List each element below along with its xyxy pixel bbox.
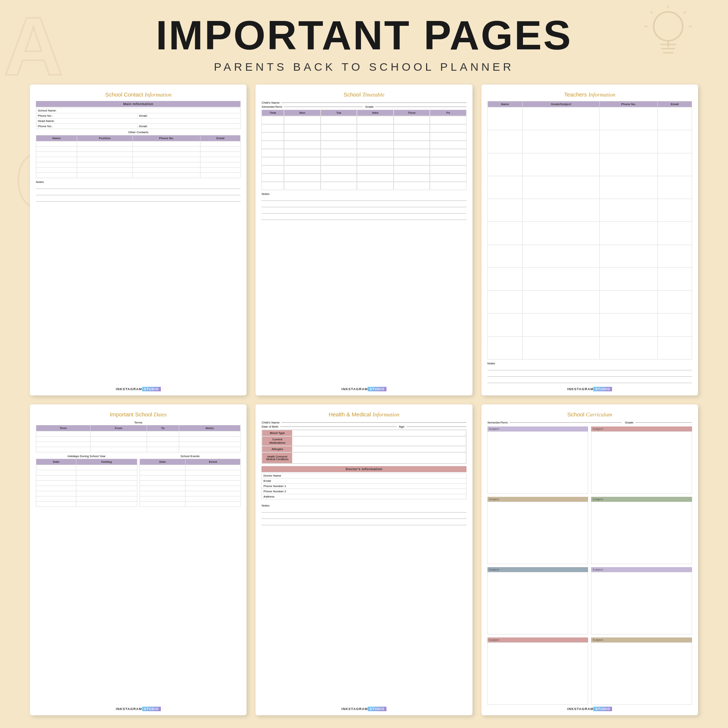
teachers-table: Name Grade/Subject Phone No. Email [488, 101, 692, 359]
timetable-row [262, 165, 466, 174]
notes-section-5: Notes [262, 504, 466, 527]
studio-badge: STUDIO [142, 387, 161, 391]
table-row [488, 291, 692, 314]
terms-label: Terms [36, 421, 240, 424]
table-row [139, 476, 240, 481]
notes-section-2: Notes [262, 192, 466, 222]
teachers-info-card: Teachers Information Name Grade/Subject … [482, 84, 698, 395]
table-row [139, 496, 240, 502]
holidays-label: Holidays During School Year [36, 454, 137, 458]
table-row [36, 152, 240, 157]
studio-badge-3: STUDIO [593, 387, 612, 391]
subject-box-5: Subject: [488, 567, 589, 635]
notes-label: Notes [36, 180, 240, 184]
table-row [36, 147, 240, 152]
table-row [139, 502, 240, 507]
medical-item-medications: Current Medications [262, 436, 466, 446]
timetable-row [262, 116, 466, 124]
timetable-row [262, 149, 466, 157]
timetable-row [262, 174, 466, 182]
card-title-2: School Timetable [262, 91, 466, 98]
table-row [488, 245, 692, 268]
subject-box-2: Subject: [591, 427, 692, 494]
doctor-section-bar: Doctor's Information [262, 466, 466, 472]
school-dates-card: Important School Dates Terms Term From T… [30, 404, 246, 715]
subject-box-3: Subject: [488, 497, 589, 564]
medical-item-bloodtype: Blood Type [262, 430, 466, 436]
table-row [36, 141, 240, 147]
table-row [488, 268, 692, 290]
table-row [36, 431, 240, 437]
card-title-6: School Curriculum [488, 411, 692, 418]
brand-6: INKSTAGRAMSTUDIO [488, 705, 692, 711]
medical-item-conditions: Health Concerns/ Medical Conditions [262, 452, 466, 463]
timetable-days: Time Mon Tue Wed Thurs Fri [262, 110, 466, 116]
timetable-row [262, 132, 466, 141]
footer-brand: INKSTAGRAM STUDIO [0, 723, 728, 728]
card-title-1: School Contact Information [36, 91, 240, 98]
table-row [36, 470, 137, 476]
curriculum-fields: Semester/Term: Grade: [488, 421, 692, 424]
card-title-5: Health & Medical Information [262, 411, 466, 418]
timetable-fields: Child's Name: Semester/Term:Grade: [262, 101, 466, 109]
table-row [488, 336, 692, 359]
medical-items: Blood Type Current Medications Allergies… [262, 430, 466, 464]
notes-section-1: Notes [36, 180, 240, 203]
table-row [36, 476, 137, 481]
brand-5: INKSTAGRAMSTUDIO [262, 705, 466, 711]
subject-box-1: Subject: [488, 427, 589, 494]
table-row [488, 199, 692, 222]
table-row [36, 442, 240, 447]
notes-label-3: Notes [488, 362, 692, 365]
subject-box-4: Subject: [591, 497, 692, 564]
timetable-row [262, 157, 466, 165]
notes-section-3: Notes [488, 362, 692, 385]
health-medical-card: Health & Medical Information Child's Nam… [255, 404, 472, 715]
brand-2: INKSTAGRAMSTUDIO [262, 385, 466, 391]
table-row [488, 107, 692, 130]
subject-box-7: Subject: [488, 638, 589, 705]
table-row [139, 481, 240, 486]
events-label: School Events [139, 454, 241, 458]
brand-3: INKSTAGRAMSTUDIO [488, 385, 692, 391]
table-row [488, 176, 692, 199]
school-timetable-card: School Timetable Child's Name: Semester/… [255, 84, 472, 395]
page-header: IMPORTANT PAGES PARENTS BACK TO SCHOOL P… [0, 0, 728, 77]
holidays-events-section: Holidays During School Year Date Holiday [36, 454, 240, 705]
table-row [36, 173, 240, 178]
brand-1: INKSTAGRAMSTUDIO [36, 385, 240, 391]
subject-box-6: Subject: [591, 567, 692, 635]
other-contacts-table: Name Position Phone No. Email [36, 135, 240, 178]
table-row [488, 222, 692, 245]
table-row [36, 465, 137, 470]
medical-item-allergies: Allergies [262, 446, 466, 452]
table-row [36, 157, 240, 162]
school-curriculum-card: School Curriculum Semester/Term: Grade: … [482, 404, 698, 715]
table-row [36, 162, 240, 168]
table-row [488, 153, 692, 176]
main-title: IMPORTANT PAGES [0, 11, 728, 59]
card-title-3: Teachers Information [488, 91, 692, 98]
main-info-bar: Main Information [36, 101, 240, 107]
studio-badge-2: STUDIO [368, 387, 387, 391]
table-row [36, 437, 240, 442]
health-fields: Child's Name: Date of Birth:Age: [262, 421, 466, 428]
notes-label-5: Notes [262, 504, 466, 507]
events-table: Date Event [139, 459, 241, 507]
school-contact-card: School Contact Information Main Informat… [30, 84, 246, 395]
table-row [36, 496, 137, 502]
studio-badge-4: STUDIO [142, 707, 161, 711]
other-contacts-label: Other Contacts [36, 130, 240, 134]
notes-label-2: Notes [262, 192, 466, 196]
studio-badge-6: STUDIO [593, 707, 612, 711]
terms-table: Term From To Notes [36, 425, 240, 452]
table-row [488, 314, 692, 336]
subject-grid: Subject: Subject: Subject: Subject: Subj… [488, 427, 692, 705]
timetable-row [262, 124, 466, 132]
table-row [36, 502, 137, 507]
table-row [36, 486, 137, 491]
table-row [36, 481, 137, 486]
holidays-table: Date Holiday [36, 459, 137, 507]
studio-badge-5: STUDIO [368, 707, 387, 711]
subtitle: PARENTS BACK TO SCHOOL PLANNER [0, 61, 728, 73]
